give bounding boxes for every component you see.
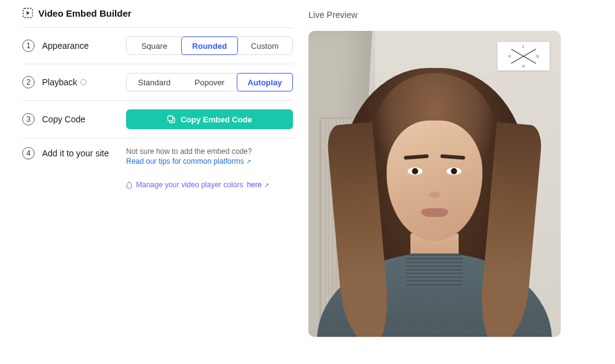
step-playback: 2 Playback Standard Popover Autoplay: [22, 64, 294, 100]
manage-colors-row: Manage your video player colors here ↗: [126, 180, 294, 189]
copy-icon: [167, 115, 176, 124]
builder-panel: Video Embed Builder 1 Appearance Square …: [0, 5, 306, 364]
logo-badge: L O G O: [498, 42, 549, 70]
help-link[interactable]: Read our tips for common platforms ↗: [126, 157, 251, 166]
step-label: Copy Code: [42, 114, 85, 124]
step-label: Appearance: [42, 41, 89, 51]
info-icon[interactable]: [80, 79, 87, 85]
logo-icon: L O G O: [509, 46, 538, 67]
step-label: Playback: [42, 77, 87, 87]
external-link-icon: ↗: [264, 182, 269, 188]
help-text: Not sure how to add the embed code?: [126, 147, 294, 156]
external-link-icon: ↗: [246, 158, 251, 165]
builder-header: Video Embed Builder: [22, 7, 294, 27]
playback-segments: Standard Popover Autoplay: [126, 73, 293, 91]
appearance-rounded-button[interactable]: Rounded: [181, 36, 237, 55]
preview-title: Live Preview: [308, 10, 603, 20]
svg-rect-2: [168, 116, 173, 121]
step-number: 4: [22, 147, 35, 159]
appearance-segments: Square Rounded Custom: [126, 36, 293, 55]
manage-text: Manage your video player colors: [136, 180, 243, 189]
preview-panel: Live Preview: [306, 5, 615, 364]
step-add-site: 4 Add it to your site Not sure how to ad…: [22, 138, 294, 198]
builder-title: Video Embed Builder: [38, 8, 132, 19]
step-number: 2: [22, 76, 35, 88]
appearance-custom-button[interactable]: Custom: [237, 37, 292, 54]
paint-icon: [126, 181, 132, 188]
video-preview[interactable]: L O G O: [308, 31, 561, 337]
preview-person: [323, 68, 546, 337]
playback-standard-button[interactable]: Standard: [127, 74, 182, 91]
playback-popover-button[interactable]: Popover: [182, 74, 237, 91]
embed-icon: [22, 7, 33, 19]
step-copy: 3 Copy Code Copy Embed Code: [22, 100, 294, 138]
copy-embed-button[interactable]: Copy Embed Code: [126, 109, 293, 129]
playback-autoplay-button[interactable]: Autoplay: [237, 73, 293, 91]
step-label: Add it to your site: [42, 148, 109, 158]
step-number: 1: [22, 40, 35, 52]
appearance-square-button[interactable]: Square: [127, 37, 182, 54]
manage-here-link[interactable]: here ↗: [247, 180, 268, 189]
step-appearance: 1 Appearance Square Rounded Custom: [22, 27, 294, 64]
step-number: 3: [22, 113, 35, 125]
